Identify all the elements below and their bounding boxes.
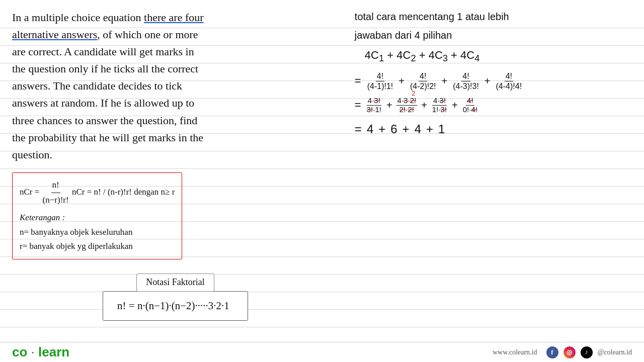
n-definition: n= banyaknya objek keseluruhan [20, 225, 175, 240]
left-panel: In a multiple choice equation there are … [12, 9, 347, 342]
underline-there-are-four: there are four [144, 11, 203, 24]
notation-label: Notasi Faktorial [136, 274, 214, 292]
dengan-label: nCr = n! / (n-r)!r! dengan n≥ r [72, 187, 175, 197]
fractions-row1: = 4! (4-1)!1! + 4! (4-2)!2! + 4! (4-3)!3… [355, 71, 632, 91]
footer-co: co [12, 344, 27, 359]
tiktok-icon: ♪ [581, 346, 593, 358]
footer-logo: co · learn [12, 344, 69, 360]
footer-learn: learn [38, 344, 69, 359]
problem-text: In a multiple choice equation there are … [12, 9, 339, 163]
right-panel: total cara mencentang 1 atau lebih jawab… [347, 9, 632, 342]
instagram-icon: ◎ [564, 346, 576, 358]
social-handle: @colearn.id [598, 348, 632, 356]
facebook-icon: f [546, 346, 558, 358]
combinations-row: 4C1 + 4C2 + 4C3 + 4C4 [365, 46, 632, 66]
keterangan-label: Keterangan : [20, 211, 175, 225]
r-definition: r= banyak objek yg diperlakukan [20, 239, 175, 254]
result-row: = 4 + 6 + 4 + 1 [355, 119, 632, 139]
footer-icons: f ◎ ♪ @colearn.id [546, 346, 632, 358]
footer: co · learn www.colearn.id f ◎ ♪ @colearn… [0, 342, 644, 362]
right-line2: jawaban dari 4 pilihan [355, 28, 632, 43]
ncr-formula: nCr = n! (n−r)!r! nCr = n! / (n-r)!r! de… [20, 178, 175, 208]
simplify-row: = 4·3! 3!·1! + 2 4·3·2! 2!·2! + 4·3! 1!·… [355, 96, 632, 114]
the-word: The [53, 79, 70, 92]
footer-right: www.colearn.id f ◎ ♪ @colearn.id [493, 346, 632, 358]
right-line1: total cara mencentang 1 atau lebih [355, 9, 632, 25]
notation-section: Notasi Faktorial n! = n·(n−1)·(n−2)·····… [12, 274, 339, 320]
to-word: to [154, 79, 163, 92]
website-url: www.colearn.id [493, 348, 537, 356]
notation-formula: n! = n·(n−1)·(n−2)·····3·2·1 [103, 291, 248, 321]
formula-box: nCr = n! (n−r)!r! nCr = n! / (n-r)!r! de… [12, 172, 182, 259]
underline-alternative-answers: alternative answers [12, 28, 97, 41]
